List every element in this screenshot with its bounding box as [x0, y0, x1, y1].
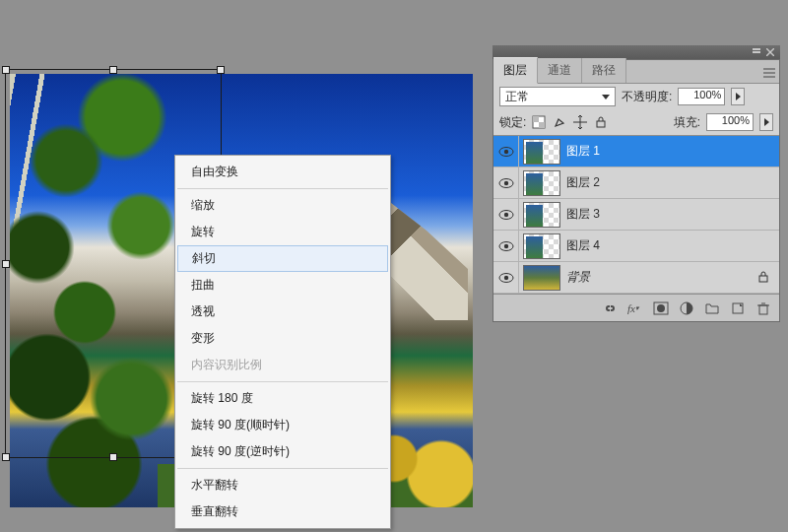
- lock-icon: [757, 271, 771, 285]
- opacity-input[interactable]: 100%: [678, 88, 725, 105]
- lock-position-icon[interactable]: [573, 115, 587, 129]
- layer-row[interactable]: 背景: [493, 262, 779, 294]
- context-menu-item[interactable]: 变形: [175, 325, 390, 352]
- context-menu-separator: [177, 468, 388, 469]
- panel-menu-button[interactable]: [759, 63, 779, 83]
- layer-thumbnail[interactable]: [523, 233, 560, 259]
- layer-row[interactable]: 图层 1: [493, 136, 779, 167]
- context-menu-separator: [177, 381, 388, 382]
- panel-tabbar: 图层通道路径: [493, 60, 779, 84]
- transform-handle-ml[interactable]: [2, 260, 10, 268]
- close-icon[interactable]: [766, 48, 774, 56]
- lock-all-icon[interactable]: [594, 115, 608, 129]
- svg-point-12: [503, 149, 507, 153]
- svg-point-14: [503, 180, 507, 184]
- layers-panel: 图层通道路径 正常 不透明度: 100% 锁定: 填充: 100%: [492, 45, 780, 322]
- trash-icon[interactable]: [755, 300, 771, 316]
- opacity-stepper[interactable]: [731, 88, 745, 105]
- fill-stepper[interactable]: [759, 113, 773, 131]
- context-menu-item[interactable]: 透视: [175, 299, 390, 325]
- transform-handle-tc[interactable]: [109, 66, 117, 74]
- eye-icon: [498, 146, 514, 158]
- context-menu-item[interactable]: 垂直翻转: [175, 499, 390, 525]
- context-menu-item[interactable]: 旋转 180 度: [175, 385, 390, 412]
- transform-handle-tl[interactable]: [2, 66, 10, 74]
- layer-row[interactable]: 图层 2: [493, 167, 779, 199]
- svg-rect-26: [759, 305, 767, 314]
- layer-list: 图层 1图层 2图层 3图层 4背景: [493, 135, 779, 294]
- visibility-toggle[interactable]: [493, 262, 519, 293]
- context-menu-item[interactable]: 水平翻转: [175, 472, 390, 499]
- transform-context-menu: 自由变换缩放旋转斜切扭曲透视变形内容识别比例旋转 180 度旋转 90 度(顺时…: [174, 155, 391, 529]
- context-menu-item[interactable]: 扭曲: [175, 272, 390, 299]
- visibility-toggle[interactable]: [493, 231, 519, 261]
- visibility-toggle[interactable]: [493, 136, 519, 166]
- svg-rect-7: [539, 122, 545, 128]
- context-menu-item[interactable]: 斜切: [177, 245, 388, 272]
- tab-channels[interactable]: 通道: [538, 58, 582, 83]
- panel-footer: fx▾: [493, 294, 779, 321]
- adjustment-layer-icon[interactable]: [679, 300, 694, 316]
- fill-input[interactable]: 100%: [706, 113, 754, 131]
- fill-label: 填充:: [674, 114, 700, 131]
- visibility-toggle[interactable]: [493, 199, 519, 230]
- context-menu-item[interactable]: 旋转 90 度(逆时针): [175, 438, 390, 465]
- context-menu-item[interactable]: 缩放: [175, 192, 390, 219]
- layer-name[interactable]: 图层 1: [566, 143, 771, 160]
- group-icon[interactable]: [704, 300, 720, 316]
- context-menu-item: 内容识别比例: [175, 352, 390, 378]
- svg-rect-10: [597, 121, 605, 127]
- layer-thumbnail[interactable]: [523, 170, 560, 196]
- transform-handle-tr[interactable]: [217, 66, 225, 74]
- svg-rect-21: [759, 276, 767, 282]
- eye-icon: [498, 209, 514, 221]
- context-menu-item[interactable]: 自由变换: [175, 159, 390, 185]
- collapse-icon[interactable]: [753, 48, 760, 56]
- layer-name[interactable]: 图层 4: [566, 237, 771, 254]
- tab-paths[interactable]: 路径: [582, 58, 626, 83]
- layer-name[interactable]: 图层 2: [566, 174, 771, 191]
- lock-label: 锁定:: [499, 114, 526, 131]
- context-menu-separator: [177, 188, 388, 189]
- svg-point-20: [503, 275, 507, 279]
- svg-point-16: [503, 212, 507, 216]
- tab-layers[interactable]: 图层: [493, 57, 538, 84]
- layer-name[interactable]: 图层 3: [566, 206, 771, 223]
- layer-thumbnail[interactable]: [523, 265, 560, 291]
- layer-name[interactable]: 背景: [566, 269, 757, 286]
- svg-point-18: [503, 243, 507, 247]
- mask-icon[interactable]: [653, 300, 669, 316]
- context-menu-item[interactable]: 旋转: [175, 219, 390, 245]
- eye-icon: [498, 240, 514, 252]
- link-layers-icon[interactable]: [602, 300, 618, 316]
- blend-mode-value: 正常: [505, 89, 529, 105]
- layer-thumbnail[interactable]: [523, 139, 560, 165]
- opacity-label: 不透明度:: [622, 89, 672, 105]
- new-layer-icon[interactable]: [730, 300, 746, 316]
- chevron-down-icon: [602, 95, 610, 100]
- transform-handle-bl[interactable]: [2, 453, 10, 461]
- fx-icon[interactable]: fx▾: [627, 300, 643, 316]
- lock-pixels-icon[interactable]: [553, 115, 566, 129]
- context-menu-item[interactable]: 旋转 90 度(顺时针): [175, 412, 390, 438]
- layer-thumbnail[interactable]: [523, 202, 560, 228]
- svg-point-23: [657, 304, 665, 312]
- lock-transparent-icon[interactable]: [532, 115, 546, 129]
- svg-rect-6: [533, 116, 539, 122]
- eye-icon: [498, 177, 514, 189]
- layer-row[interactable]: 图层 4: [493, 231, 779, 262]
- lock-icon-group: [532, 115, 608, 129]
- visibility-toggle[interactable]: [493, 167, 519, 198]
- layer-row[interactable]: 图层 3: [493, 199, 779, 231]
- eye-icon: [498, 272, 514, 284]
- blend-mode-select[interactable]: 正常: [499, 87, 616, 106]
